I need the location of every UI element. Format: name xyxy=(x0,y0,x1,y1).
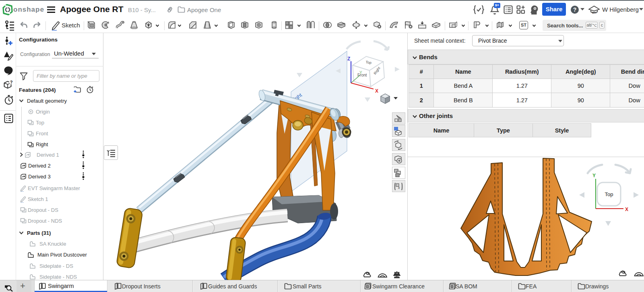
svg-text:Front: Front xyxy=(357,73,367,77)
svg-text:Top: Top xyxy=(605,191,613,197)
svg-text:Top: Top xyxy=(365,60,372,65)
svg-text:Y: Y xyxy=(592,173,596,178)
svg-text:Y: Y xyxy=(359,70,362,75)
svg-text:?: ? xyxy=(10,80,13,85)
svg-text:WH: WH xyxy=(592,11,597,14)
svg-text:x: x xyxy=(398,185,400,190)
svg-text:?: ? xyxy=(573,6,577,13)
svg-text:Z: Z xyxy=(347,56,350,62)
svg-text:X: X xyxy=(625,207,628,212)
svg-text:X: X xyxy=(375,88,378,94)
